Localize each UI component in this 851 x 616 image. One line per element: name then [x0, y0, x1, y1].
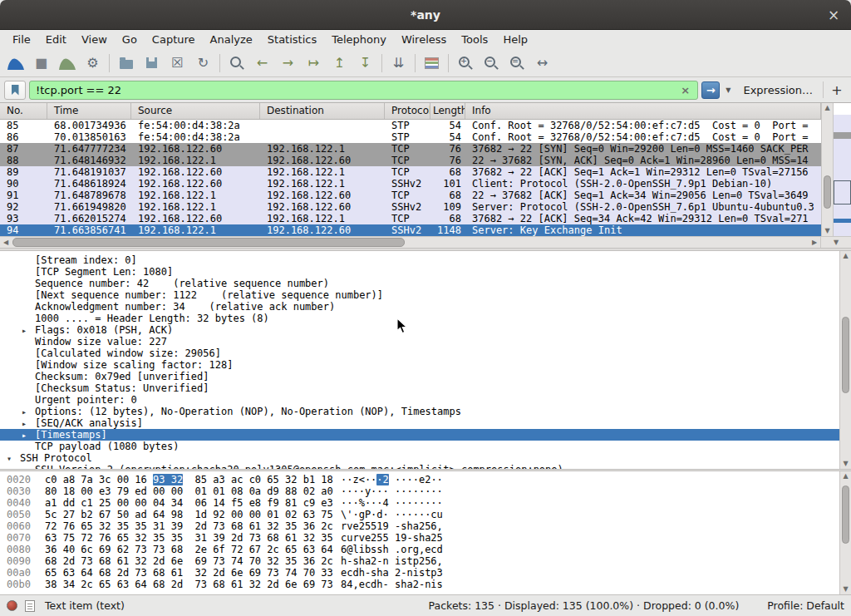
- detail-line[interactable]: SSH Version 2 (encryption:chacha20-poly1…: [0, 464, 839, 469]
- toolbar-auto-scroll-button[interactable]: ⇊: [386, 52, 411, 75]
- toolbar-reload-file-button[interactable]: ↻: [190, 52, 216, 75]
- packet-row[interactable]: 9371.662015274192.168.122.60192.168.122.…: [0, 213, 821, 224]
- hex-row[interactable]: 003080 18 00 e3 79 ed 00 00 01 01 08 0a …: [0, 485, 839, 497]
- detail-line[interactable]: Sequence number: 42 (relative sequence n…: [0, 278, 839, 289]
- detail-line[interactable]: ▸Flags: 0x018 (PSH, ACK): [0, 324, 839, 336]
- expression-button[interactable]: Expression…: [736, 84, 819, 96]
- toolbar-go-first-button[interactable]: ↥: [327, 52, 352, 75]
- toolbar-close-file-button[interactable]: ☒: [165, 52, 190, 75]
- column-header-no[interactable]: No.: [0, 103, 47, 119]
- filter-dropdown-caret-icon[interactable]: ▼: [723, 86, 733, 94]
- toolbar-zoom-in-button[interactable]: +: [452, 52, 478, 75]
- hex-row[interactable]: 009068 2d 73 68 61 32 2d 6e 69 73 74 70 …: [0, 555, 839, 567]
- toolbar-zoom-out-button[interactable]: −: [478, 52, 504, 75]
- packet-row[interactable]: 8871.648146932192.168.122.1192.168.122.6…: [0, 155, 821, 166]
- column-header-info[interactable]: Info: [465, 103, 821, 119]
- menu-item-telephony[interactable]: Telephony: [324, 30, 394, 49]
- toolbar-colorize-button[interactable]: [419, 52, 445, 75]
- packet-row[interactable]: 9271.661949820192.168.122.1192.168.122.6…: [0, 201, 821, 213]
- detail-line[interactable]: [Stream index: 0]: [0, 254, 839, 266]
- column-header-source[interactable]: Source: [131, 103, 260, 119]
- hex-row[interactable]: 0020c0 a8 7a 3c 00 16 93 32 85 a3 ac c0 …: [0, 474, 839, 485]
- menu-item-analyze[interactable]: Analyze: [203, 30, 260, 49]
- detail-line[interactable]: [Checksum Status: Unverified]: [0, 382, 839, 394]
- menu-item-help[interactable]: Help: [495, 30, 535, 49]
- menu-item-view[interactable]: View: [74, 30, 115, 49]
- scrollbar-track[interactable]: [840, 261, 851, 459]
- detail-line[interactable]: [TCP Segment Len: 1080]: [0, 266, 839, 278]
- hex-row[interactable]: 0040a1 dd c1 25 00 00 04 34 06 14 f5 e8 …: [0, 497, 839, 509]
- toolbar-start-capture-button[interactable]: [2, 52, 28, 75]
- toolbar-capture-options-button[interactable]: ⚙: [80, 52, 106, 75]
- menu-item-go[interactable]: Go: [115, 30, 145, 49]
- toolbar-zoom-reset-button[interactable]: =: [504, 52, 529, 75]
- toolbar-open-file-button[interactable]: [113, 52, 139, 75]
- scroll-right-icon[interactable]: ▶: [809, 237, 820, 248]
- scroll-up-icon[interactable]: ▲: [822, 103, 833, 113]
- scroll-up-icon[interactable]: ▲: [840, 471, 851, 481]
- profile-label[interactable]: Profile: Default: [767, 599, 844, 612]
- filter-bookmark-button[interactable]: [4, 81, 26, 100]
- intelligent-scrollbar-minimap[interactable]: [833, 103, 851, 236]
- detail-line[interactable]: ▸Options: (12 bytes), No-Operation (NOP)…: [0, 406, 839, 417]
- hex-scrollbar[interactable]: ▲ ▼: [839, 471, 851, 594]
- packet-list-hscrollbar[interactable]: ◀ ▶ ▼: [0, 236, 851, 248]
- detail-line[interactable]: [Calculated window size: 29056]: [0, 347, 839, 359]
- expander-icon[interactable]: ▸: [22, 407, 35, 417]
- toolbar-resize-columns-button[interactable]: ↔: [529, 52, 555, 75]
- column-header-length[interactable]: Length: [430, 103, 465, 119]
- menu-item-wireless[interactable]: Wireless: [394, 30, 454, 49]
- toolbar-save-file-button[interactable]: [139, 52, 165, 75]
- detail-line[interactable]: [Window size scaling factor: 128]: [0, 359, 839, 371]
- title-bar[interactable]: *any ×: [0, 0, 851, 30]
- scrollbar-track[interactable]: [822, 113, 833, 226]
- detail-line[interactable]: Checksum: 0x79ed [unverified]: [0, 371, 839, 382]
- menu-item-capture[interactable]: Capture: [145, 30, 203, 49]
- scroll-down-icon[interactable]: ▼: [822, 226, 833, 236]
- toolbar-stop-capture-button[interactable]: ■: [28, 52, 54, 75]
- filter-clear-button[interactable]: ×: [679, 84, 691, 96]
- hex-row[interactable]: 00a065 63 64 68 2d 73 68 61 32 2d 6e 69 …: [0, 567, 839, 579]
- expander-icon[interactable]: ▾: [7, 453, 20, 464]
- detail-line[interactable]: ▸[Timestamps]: [0, 429, 839, 441]
- menu-item-edit[interactable]: Edit: [38, 30, 74, 49]
- scroll-corner-down-icon[interactable]: ▼: [820, 237, 851, 248]
- detail-line[interactable]: [Next sequence number: 1122 (relative se…: [0, 289, 839, 301]
- toolbar-find-packet-button[interactable]: [224, 52, 249, 75]
- hscrollbar-track[interactable]: [12, 237, 809, 248]
- packet-list-scrollbar[interactable]: ▲ ▼: [821, 103, 833, 236]
- filter-apply-button[interactable]: →: [701, 81, 720, 99]
- expander-icon[interactable]: ▸: [22, 418, 35, 429]
- menu-item-tools[interactable]: Tools: [454, 30, 495, 49]
- menu-item-statistics[interactable]: Statistics: [260, 30, 324, 49]
- scrollbar-track[interactable]: [840, 481, 851, 584]
- close-window-button[interactable]: ×: [824, 6, 843, 24]
- toolbar-go-to-packet-button[interactable]: ↦: [301, 52, 327, 75]
- expander-icon[interactable]: ▸: [22, 325, 35, 336]
- details-scrollbar[interactable]: ▲ ▼: [839, 251, 851, 469]
- packet-row[interactable]: 9171.648789678192.168.122.1192.168.122.6…: [0, 190, 821, 201]
- detail-line[interactable]: ▾SSH Protocol: [0, 452, 839, 464]
- filter-input[interactable]: !tcp.port == 22 ×: [29, 81, 698, 100]
- column-header-destination[interactable]: Destination: [260, 103, 385, 119]
- detail-line[interactable]: Window size value: 227: [0, 336, 839, 347]
- expert-info-icon[interactable]: [7, 600, 17, 611]
- hex-row[interactable]: 00b038 34 2c 65 63 64 68 2d 73 68 61 32 …: [0, 579, 839, 590]
- add-filter-button[interactable]: +: [827, 82, 847, 98]
- packet-row[interactable]: 8568.001734936fe:54:00:d4:38:2aSTP54Conf…: [0, 120, 821, 131]
- hex-row[interactable]: 008036 40 6c 69 62 73 73 68 2e 6f 72 67 …: [0, 544, 839, 555]
- packet-row[interactable]: 9471.663856741192.168.122.1192.168.122.6…: [0, 224, 821, 236]
- column-header-time[interactable]: Time: [47, 103, 131, 119]
- packet-row[interactable]: 8971.648191037192.168.122.60192.168.122.…: [0, 166, 821, 178]
- scroll-up-icon[interactable]: ▲: [840, 251, 851, 261]
- menu-item-file[interactable]: File: [5, 30, 38, 49]
- scrollbar-thumb[interactable]: [824, 175, 831, 209]
- hex-row[interactable]: 007063 75 72 76 65 32 35 35 31 39 2d 73 …: [0, 532, 839, 544]
- toolbar-go-back-button[interactable]: ←: [249, 52, 275, 75]
- toolbar-go-last-button[interactable]: ↧: [352, 52, 378, 75]
- hscrollbar-thumb[interactable]: [12, 238, 405, 247]
- detail-line[interactable]: ▸[SEQ/ACK analysis]: [0, 417, 839, 429]
- hex-row[interactable]: 00505c 27 b2 67 50 ad 64 98 1d 92 00 00 …: [0, 509, 839, 520]
- toolbar-go-forward-button[interactable]: →: [275, 52, 301, 75]
- packet-row[interactable]: 9071.648618924192.168.122.60192.168.122.…: [0, 178, 821, 190]
